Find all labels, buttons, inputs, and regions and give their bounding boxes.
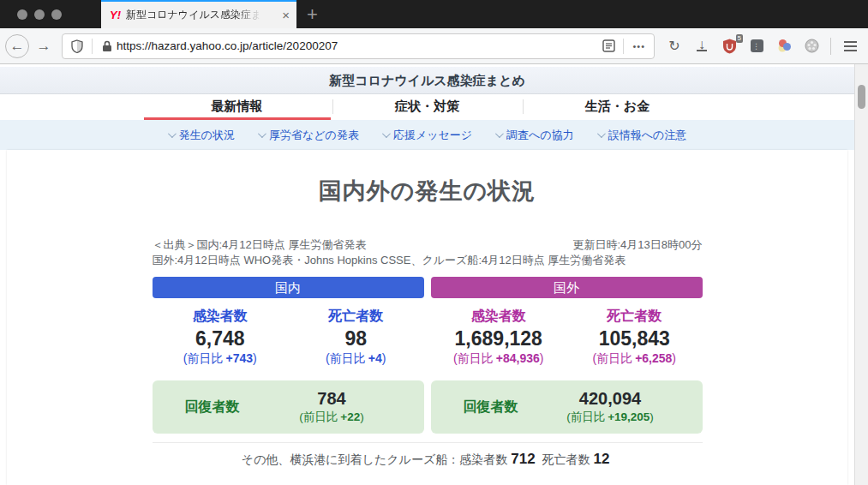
stat-change: (前日比+6,258) (566, 351, 703, 367)
stat-change: (前日比+84,936) (431, 351, 567, 367)
new-tab-button[interactable]: + (296, 0, 328, 28)
cruise-ship-note: その他、横浜港に到着したクルーズ船：感染者数712 死亡者数12 (153, 451, 703, 468)
overseas-deaths-stat: 死亡者数 105,843 (前日比+6,258) (566, 308, 703, 367)
recovered-change: (前日比+22) (240, 410, 424, 425)
overseas-section: 国外 感染者数 1,689,128 (前日比+84,936) 死亡者数 105,… (431, 277, 703, 434)
subnav-link-outbreak-status[interactable]: 発生の状況 (168, 128, 235, 143)
chevron-down-icon (382, 129, 391, 138)
extension-circles-button[interactable] (771, 33, 797, 59)
chevron-down-icon (258, 129, 266, 138)
reader-mode-icon[interactable] (599, 39, 618, 52)
scrollbar-track[interactable] (854, 64, 868, 485)
recovered-label: 回復者数 (185, 398, 240, 416)
recovered-change: (前日比+19,205) (518, 410, 703, 425)
window-close-button[interactable] (17, 9, 27, 20)
browser-toolbar: ← → https://hazard.yahoo.co.jp/article/2… (0, 28, 868, 64)
stat-value: 6,748 (153, 327, 289, 350)
sub-navigation: 発生の状況 厚労省などの発表 応援メッセージ 調査への協力 誤情報への注意 (0, 120, 854, 150)
tab-title: 新型コロナウイルス感染症まとめ (126, 8, 261, 22)
stat-label: 感染者数 (153, 308, 289, 326)
stat-label: 死亡者数 (566, 308, 703, 326)
recovered-label: 回復者数 (464, 398, 518, 416)
forward-button[interactable]: → (31, 33, 57, 59)
extension-wheel-icon (805, 39, 819, 53)
urlbar-divider (92, 39, 93, 54)
domestic-header-bar: 国内 (153, 277, 424, 298)
stat-change: (前日比+4) (288, 351, 424, 367)
lock-icon[interactable] (98, 40, 117, 52)
recovered-value: 784 (240, 389, 424, 409)
site-tab-bar: 最新情報 症状・対策 生活・お金 (142, 94, 713, 120)
menu-button[interactable] (837, 33, 863, 59)
url-text[interactable]: https://hazard.yahoo.co.jp/article/20200… (117, 39, 599, 52)
overseas-header-bar: 国外 (431, 277, 703, 298)
tab-symptoms-measures[interactable]: 症状・対策 (332, 94, 523, 120)
urlbar-divider (623, 39, 624, 54)
reload-button[interactable]: ↻ (661, 33, 687, 59)
subnav-link-misinformation-warning[interactable]: 誤情報への注意 (597, 128, 687, 143)
back-button[interactable]: ← (5, 34, 29, 58)
chevron-down-icon (495, 129, 504, 138)
ublock-shield-icon (722, 39, 737, 54)
recovered-value: 420,094 (518, 389, 703, 409)
download-bar-icon (697, 50, 707, 51)
overseas-infected-stat: 感染者数 1,689,128 (前日比+84,936) (431, 308, 567, 367)
stat-value: 98 (288, 327, 424, 350)
page-actions-icon[interactable]: ••• (629, 41, 649, 51)
tab-close-icon[interactable]: × (282, 9, 290, 21)
scrollbar-thumb[interactable] (858, 85, 865, 109)
article-card: 国内外の発生の状況 ＜出典＞国内:4月12日時点 厚生労働省発表 更新日時:4月… (7, 150, 847, 485)
subnav-link-survey-cooperation[interactable]: 調査への協力 (495, 128, 574, 143)
cruise-infected-value: 712 (511, 451, 535, 467)
window-minimize-button[interactable] (34, 9, 45, 20)
window-titlebar: Y! 新型コロナウイルス感染症まとめ × + (0, 0, 868, 28)
browser-tab[interactable]: Y! 新型コロナウイルス感染症まとめ × (101, 0, 296, 28)
stat-label: 感染者数 (431, 308, 567, 326)
subnav-link-mhlw-announcements[interactable]: 厚労省などの発表 (258, 128, 359, 143)
url-bar[interactable]: https://hazard.yahoo.co.jp/article/20200… (62, 33, 655, 59)
subnav-link-support-messages[interactable]: 応援メッセージ (382, 128, 472, 143)
source-note: ＜出典＞国内:4月12日時点 厚生労働省発表 更新日時:4月13日8時00分 国… (153, 237, 703, 268)
stat-value: 1,689,128 (431, 327, 567, 350)
page-title: 国内外の発生の状況 (7, 150, 847, 207)
domestic-recovered-box: 回復者数 784 (前日比+22) (153, 380, 424, 434)
stat-change: (前日比+743) (153, 351, 289, 367)
extension-wheel-button[interactable] (799, 33, 824, 59)
extension-circles-icon (777, 39, 792, 53)
tracking-protection-shield-icon[interactable] (68, 39, 87, 53)
window-zoom-button[interactable] (51, 9, 62, 20)
extension-dark-button[interactable]: ⋮ (744, 33, 769, 59)
traffic-lights (0, 0, 74, 28)
tab-life-money[interactable]: 生活・お金 (523, 94, 713, 120)
domestic-infected-stat: 感染者数 6,748 (前日比+743) (153, 308, 289, 367)
section-divider (153, 442, 703, 443)
ublock-badge: 5 (736, 34, 743, 43)
source-line2: 国外:4月12日時点 WHO発表・Johns Hopkins CSSE、クルーズ… (153, 253, 703, 268)
domestic-deaths-stat: 死亡者数 98 (前日比+4) (288, 308, 424, 367)
source-line1: ＜出典＞国内:4月12日時点 厚生労働省発表 (153, 237, 367, 253)
site-header-title: 新型コロナウイルス感染症まとめ (0, 67, 854, 94)
overseas-recovered-box: 回復者数 420,094 (前日比+19,205) (431, 380, 703, 434)
download-button[interactable]: ↓ (689, 33, 715, 59)
toolbar-divider (830, 38, 831, 55)
tab-latest-info[interactable]: 最新情報 (142, 94, 332, 120)
download-arrow-icon: ↓ (698, 40, 705, 49)
ublock-extension-button[interactable]: 5 (716, 33, 742, 59)
stat-label: 死亡者数 (288, 308, 424, 326)
cruise-deaths-value: 12 (593, 451, 609, 467)
domestic-section: 国内 感染者数 6,748 (前日比+743) 死亡者数 98 (前日比+4) (153, 277, 424, 434)
chevron-down-icon (597, 129, 606, 138)
chevron-down-icon (168, 129, 177, 138)
updated-timestamp: 更新日時:4月13日8時00分 (573, 237, 703, 253)
hamburger-icon (844, 41, 857, 51)
extension-dark-icon: ⋮ (751, 39, 763, 52)
stat-value: 105,843 (566, 327, 703, 350)
yahoo-favicon-icon: Y! (110, 9, 121, 21)
page-viewport: 新型コロナウイルス感染症まとめ 最新情報 症状・対策 生活・お金 発生の状況 厚… (0, 64, 868, 485)
